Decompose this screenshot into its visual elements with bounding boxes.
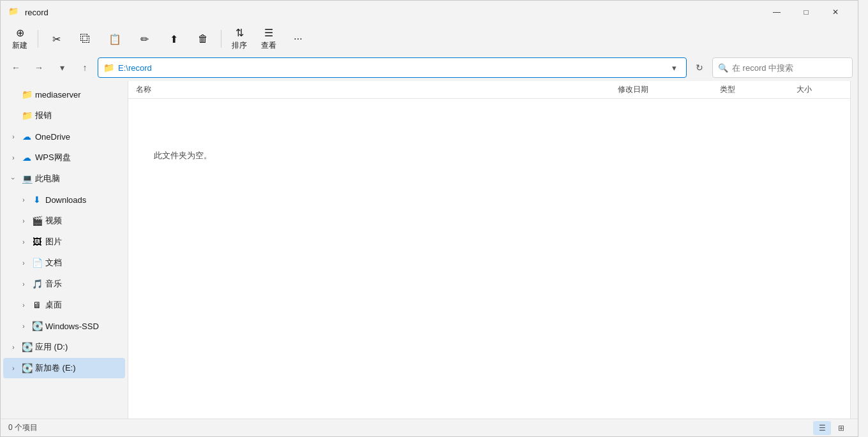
sidebar-chevron-videos: › xyxy=(19,216,29,226)
up-button[interactable]: ↑ xyxy=(75,57,95,78)
new-button[interactable]: ⊕ 新建 xyxy=(6,26,34,52)
new-icon: ⊕ xyxy=(16,27,24,39)
col-header-name[interactable]: 名称 xyxy=(133,81,615,98)
address-input[interactable] xyxy=(118,63,663,73)
sidebar-item-downloads[interactable]: › ⬇ Downloads xyxy=(3,189,125,210)
share-button[interactable]: ⬆ xyxy=(160,26,188,52)
search-wrap[interactable]: 🔍 xyxy=(712,57,853,78)
sidebar-label-downloads: Downloads xyxy=(45,195,86,205)
rename-button[interactable]: ✏ xyxy=(130,26,158,52)
sidebar-item-mediaserver[interactable]: 📁 mediaserver xyxy=(3,84,125,105)
sidebar-icon-baoxiao: 📁 xyxy=(21,110,33,121)
sidebar-label-onedrive: OneDrive xyxy=(35,132,70,142)
list-view-icon: ☰ xyxy=(819,424,826,433)
sidebar-item-new-e[interactable]: › 💽 新加卷 (E:) xyxy=(3,358,125,378)
sidebar-icon-downloads: ⬇ xyxy=(31,194,43,205)
recent-icon: ▾ xyxy=(60,63,64,73)
sidebar-label-documents: 文档 xyxy=(45,257,62,269)
sidebar: 📁 mediaserver 📁 报销 › ☁ OneDrive › ☁ WPS网… xyxy=(1,81,128,418)
sidebar-label-app-d: 应用 (D:) xyxy=(35,341,68,353)
sidebar-chevron-new-e: › xyxy=(8,363,19,373)
forward-button[interactable]: → xyxy=(29,57,49,78)
sidebar-item-app-d[interactable]: › 💽 应用 (D:) xyxy=(3,337,125,357)
up-icon: ↑ xyxy=(83,63,87,73)
sidebar-label-videos: 视频 xyxy=(45,215,62,226)
column-headers: 名称 修改日期 类型 大小 xyxy=(128,81,850,99)
cut-icon: ✂ xyxy=(52,33,61,45)
sidebar-icon-thispc: 💻 xyxy=(21,173,33,184)
sidebar-icon-onedrive: ☁ xyxy=(21,131,33,142)
col-header-type[interactable]: 类型 xyxy=(717,81,794,98)
maximize-button[interactable]: □ xyxy=(791,1,821,24)
grid-view-button[interactable]: ⊞ xyxy=(832,421,850,435)
paste-icon: 📋 xyxy=(108,33,121,45)
view-label: 查看 xyxy=(261,40,276,51)
col-header-size[interactable]: 大小 xyxy=(794,81,845,98)
toolbar-separator-2 xyxy=(221,30,221,48)
sidebar-item-documents[interactable]: › 📄 文档 xyxy=(3,253,125,273)
sidebar-icon-app-d: 💽 xyxy=(21,341,33,353)
toolbar: ⊕ 新建 ✂ ⿻ 📋 ✏ ⬆ 🗑 ⇅ 排序 ☰ 查看 xyxy=(1,24,858,54)
sidebar-label-new-e: 新加卷 (E:) xyxy=(35,362,76,374)
sidebar-icon-new-e: 💽 xyxy=(21,362,33,374)
more-icon: ··· xyxy=(294,33,302,45)
search-input[interactable] xyxy=(732,63,847,73)
sidebar-label-music: 音乐 xyxy=(45,278,62,290)
sidebar-item-desktop[interactable]: › 🖥 桌面 xyxy=(3,295,125,315)
cut-button[interactable]: ✂ xyxy=(42,26,70,52)
sidebar-label-desktop: 桌面 xyxy=(45,299,62,311)
right-scrollbar[interactable] xyxy=(850,81,858,418)
view-button[interactable]: ☰ 查看 xyxy=(255,26,283,52)
sidebar-icon-videos: 🎬 xyxy=(31,215,43,226)
minimize-button[interactable]: — xyxy=(762,1,791,24)
address-input-wrap[interactable]: 📁 ▾ xyxy=(98,57,687,78)
main-content: 📁 mediaserver 📁 报销 › ☁ OneDrive › ☁ WPS网… xyxy=(1,81,858,418)
sidebar-item-wps[interactable]: › ☁ WPS网盘 xyxy=(3,147,125,168)
sidebar-chevron-wps: › xyxy=(8,152,19,163)
close-button[interactable]: ✕ xyxy=(821,1,850,24)
sidebar-chevron-onedrive: › xyxy=(8,131,19,142)
sidebar-item-thispc[interactable]: › 💻 此电脑 xyxy=(3,168,125,189)
sidebar-label-wps: WPS网盘 xyxy=(35,152,71,163)
window-icon: 📁 xyxy=(8,6,20,18)
delete-button[interactable]: 🗑 xyxy=(189,26,217,52)
copy-button[interactable]: ⿻ xyxy=(71,26,100,52)
address-dropdown-icon[interactable]: ▾ xyxy=(667,61,681,75)
sidebar-icon-documents: 📄 xyxy=(31,257,43,269)
toolbar-separator-1 xyxy=(38,30,38,48)
sidebar-chevron-pictures: › xyxy=(19,237,29,247)
file-explorer-window: 📁 record — □ ✕ ⊕ 新建 ✂ ⿻ 📋 ✏ ⬆ � xyxy=(0,0,858,437)
more-button[interactable]: ··· xyxy=(284,26,312,52)
sidebar-item-onedrive[interactable]: › ☁ OneDrive xyxy=(3,126,125,147)
sidebar-icon-wps: ☁ xyxy=(21,152,33,163)
window-title: record xyxy=(25,8,49,17)
list-view-button[interactable]: ☰ xyxy=(813,421,831,435)
sidebar-item-windows-ssd[interactable]: › 💽 Windows-SSD xyxy=(3,316,125,336)
col-header-date[interactable]: 修改日期 xyxy=(615,81,717,98)
sidebar-icon-windows-ssd: 💽 xyxy=(31,320,43,332)
sidebar-item-music[interactable]: › 🎵 音乐 xyxy=(3,274,125,294)
back-button[interactable]: ← xyxy=(6,57,26,78)
paste-button[interactable]: 📋 xyxy=(101,26,129,52)
address-folder-icon: 📁 xyxy=(103,63,114,73)
empty-area: 此文件夹为空。 xyxy=(128,99,850,418)
forward-icon: → xyxy=(34,63,43,73)
status-view-buttons: ☰ ⊞ xyxy=(813,421,850,435)
title-bar-left: 📁 record xyxy=(8,6,49,18)
search-icon: 🔍 xyxy=(718,63,728,73)
sidebar-chevron-desktop: › xyxy=(19,300,29,310)
sidebar-chevron-windows-ssd: › xyxy=(19,321,29,331)
sort-icon: ⇅ xyxy=(236,27,244,39)
sidebar-chevron-documents: › xyxy=(19,258,29,268)
status-item-count: 0 个项目 xyxy=(8,422,38,433)
sidebar-chevron-app-d: › xyxy=(8,342,19,352)
sidebar-label-mediaserver: mediaserver xyxy=(35,90,81,100)
sidebar-item-pictures[interactable]: › 🖼 图片 xyxy=(3,232,125,252)
sidebar-item-baoxiao[interactable]: 📁 报销 xyxy=(3,105,125,126)
sort-button[interactable]: ⇅ 排序 xyxy=(225,26,253,52)
sidebar-icon-mediaserver: 📁 xyxy=(21,89,33,100)
recent-locations-button[interactable]: ▾ xyxy=(52,57,72,78)
refresh-button[interactable]: ↻ xyxy=(689,57,710,78)
sidebar-item-videos[interactable]: › 🎬 视频 xyxy=(3,211,125,231)
delete-icon: 🗑 xyxy=(198,33,208,45)
